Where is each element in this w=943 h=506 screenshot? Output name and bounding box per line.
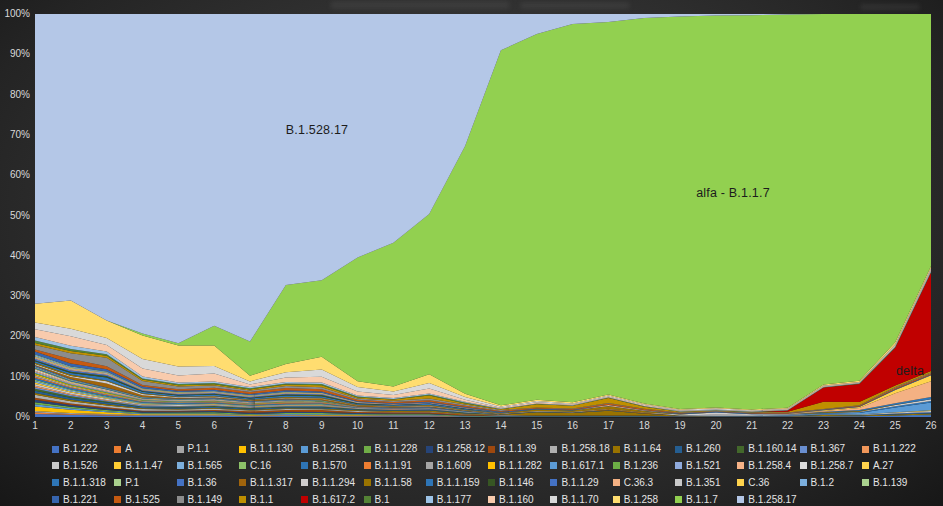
legend-item[interactable]: B.1.609 bbox=[426, 460, 471, 472]
legend-swatch-icon bbox=[114, 479, 121, 486]
legend-label: B.1.258.1 bbox=[312, 444, 355, 454]
legend-swatch-icon bbox=[675, 446, 682, 453]
legend-item[interactable]: B.1.1.318 bbox=[52, 477, 106, 489]
legend-item[interactable]: B.1.565 bbox=[177, 460, 222, 472]
legend-swatch-icon bbox=[675, 462, 682, 469]
legend-item[interactable]: B.1.1.130 bbox=[239, 443, 293, 455]
legend-swatch-icon bbox=[364, 446, 371, 453]
legend-item[interactable]: C.16 bbox=[239, 460, 271, 472]
legend-item[interactable]: B.1.160 bbox=[488, 494, 533, 506]
legend-swatch-icon bbox=[550, 462, 557, 469]
legend-item[interactable]: A.27 bbox=[862, 460, 894, 472]
legend-item[interactable]: B.1.260 bbox=[675, 443, 720, 455]
legend-item[interactable]: B.1.258.12 bbox=[426, 443, 485, 455]
legend-swatch-icon bbox=[488, 446, 495, 453]
legend-swatch-icon bbox=[301, 462, 308, 469]
legend-item[interactable]: B.1.1.228 bbox=[364, 443, 418, 455]
legend-label: B.1.1.130 bbox=[250, 444, 293, 454]
legend-item[interactable]: B.1.258.17 bbox=[737, 494, 796, 506]
legend-item[interactable]: B.1.2 bbox=[800, 477, 834, 489]
legend-swatch-icon bbox=[426, 462, 433, 469]
x-tick-label: 16 bbox=[561, 421, 585, 431]
legend-item[interactable]: B.1.367 bbox=[800, 443, 845, 455]
legend-swatch-icon bbox=[613, 496, 620, 503]
legend-swatch-icon bbox=[52, 446, 59, 453]
legend-swatch-icon bbox=[52, 479, 59, 486]
legend-swatch-icon bbox=[239, 496, 246, 503]
legend-label: B.1.1.47 bbox=[125, 461, 162, 471]
legend-item[interactable]: B.1.221 bbox=[52, 494, 97, 506]
legend-item[interactable]: B.1.258.4 bbox=[737, 460, 791, 472]
y-tick-label: 20% bbox=[0, 331, 30, 341]
legend-swatch-icon bbox=[52, 462, 59, 469]
legend-item[interactable]: B.1.236 bbox=[613, 460, 658, 472]
legend-item[interactable]: B.1.36 bbox=[177, 477, 217, 489]
x-tick-label: 20 bbox=[704, 421, 728, 431]
legend-item[interactable]: C.36 bbox=[737, 477, 769, 489]
legend-item[interactable]: B.1.139 bbox=[862, 477, 907, 489]
legend-item[interactable]: B.1.617.2 bbox=[301, 494, 355, 506]
legend-item[interactable]: B.1.1.58 bbox=[364, 477, 412, 489]
legend-swatch-icon bbox=[613, 479, 620, 486]
legend-label: B.1.222 bbox=[63, 444, 97, 454]
legend-swatch-icon bbox=[426, 479, 433, 486]
legend-item[interactable]: B.1.1.47 bbox=[114, 460, 162, 472]
legend-swatch-icon bbox=[613, 462, 620, 469]
legend-item[interactable]: B.1.177 bbox=[426, 494, 471, 506]
legend-label: B.1.521 bbox=[686, 461, 720, 471]
legend-item[interactable]: B.1.1.222 bbox=[862, 443, 916, 455]
legend-item[interactable]: B.1.258.18 bbox=[550, 443, 609, 455]
legend-item[interactable]: B.1.525 bbox=[114, 494, 159, 506]
legend-item[interactable]: B.1.1.7 bbox=[675, 494, 718, 506]
x-tick-label: 11 bbox=[381, 421, 405, 431]
legend-label: B.1.1.29 bbox=[561, 478, 598, 488]
legend-label: C.36.3 bbox=[624, 478, 653, 488]
legend-item[interactable]: B.1.617.1 bbox=[550, 460, 604, 472]
legend-label: B.1.177 bbox=[437, 495, 471, 505]
legend-item[interactable]: B.1.258.1 bbox=[301, 443, 355, 455]
legend-label: B.1.1.7 bbox=[686, 495, 718, 505]
x-tick-label: 26 bbox=[919, 421, 943, 431]
legend-item[interactable]: P.1.1 bbox=[177, 443, 210, 455]
legend-item[interactable]: B.1.146 bbox=[488, 477, 533, 489]
legend-item[interactable]: A bbox=[114, 443, 132, 455]
legend-swatch-icon bbox=[239, 446, 246, 453]
legend-item[interactable]: B.1.1 bbox=[239, 494, 273, 506]
legend-item[interactable]: B.1.222 bbox=[52, 443, 97, 455]
legend-item[interactable]: B.1.1.91 bbox=[364, 460, 412, 472]
legend-item[interactable]: B.1.1.29 bbox=[550, 477, 598, 489]
x-tick-label: 12 bbox=[417, 421, 441, 431]
legend-swatch-icon bbox=[114, 462, 121, 469]
x-tick-label: 25 bbox=[883, 421, 907, 431]
legend-item[interactable]: B.1.160.14 bbox=[737, 443, 796, 455]
legend-item[interactable]: B.1.1.64 bbox=[613, 443, 661, 455]
x-tick-label: 1 bbox=[23, 421, 47, 431]
legend-swatch-icon bbox=[177, 446, 184, 453]
legend-item[interactable]: B.1.258 bbox=[613, 494, 658, 506]
legend-label: B.1.525 bbox=[125, 495, 159, 505]
legend-item[interactable]: B.1.351 bbox=[675, 477, 720, 489]
legend-item[interactable]: B.1.521 bbox=[675, 460, 720, 472]
legend-label: B.1.609 bbox=[437, 461, 471, 471]
x-tick-label: 5 bbox=[166, 421, 190, 431]
chart-window: 0%10%20%30%40%50%60%70%80%90%100% 123456… bbox=[0, 0, 943, 506]
legend-item[interactable]: B.1.1.294 bbox=[301, 477, 355, 489]
y-tick-label: 50% bbox=[0, 211, 30, 221]
legend-item[interactable]: P.1 bbox=[114, 477, 139, 489]
legend-label: B.1.526 bbox=[63, 461, 97, 471]
legend-item[interactable]: B.1.1.317 bbox=[239, 477, 293, 489]
legend-item[interactable]: B.1 bbox=[364, 494, 390, 506]
legend-item[interactable]: B.1.149 bbox=[177, 494, 222, 506]
legend-label: C.36 bbox=[748, 478, 769, 488]
legend-label: P.1 bbox=[125, 478, 139, 488]
legend-item[interactable]: B.1.1.282 bbox=[488, 460, 542, 472]
legend-item[interactable]: B.1.1.70 bbox=[550, 494, 598, 506]
legend-item[interactable]: B.1.526 bbox=[52, 460, 97, 472]
legend-item[interactable]: B.1.1.159 bbox=[426, 477, 480, 489]
x-tick-label: 4 bbox=[131, 421, 155, 431]
legend-item[interactable]: C.36.3 bbox=[613, 477, 653, 489]
legend-item[interactable]: B.1.1.39 bbox=[488, 443, 536, 455]
legend-label: B.1.1.318 bbox=[63, 478, 106, 488]
legend-item[interactable]: B.1.570 bbox=[301, 460, 346, 472]
legend-item[interactable]: B.1.258.7 bbox=[800, 460, 854, 472]
